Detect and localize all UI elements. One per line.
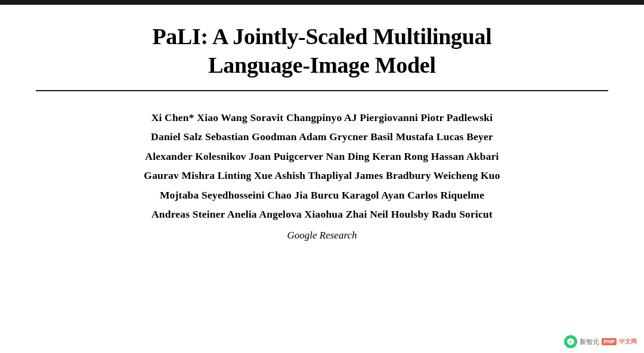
title-line2: Language-Image Model — [208, 52, 435, 78]
watermark-site: 新智元 — [580, 337, 599, 346]
paper-title: PaLI: A Jointly-Scaled Multilingual Lang… — [152, 23, 491, 79]
title-line1: PaLI: A Jointly-Scaled Multilingual — [152, 24, 491, 49]
watermark-badge: PHP — [602, 338, 617, 345]
author-line-5: Mojtaba Seyedhosseini Chao Jia Burcu Kar… — [36, 185, 608, 205]
content-wrapper: PaLI: A Jointly-Scaled Multilingual Lang… — [0, 5, 644, 253]
watermark: 新智元 PHP 中文网 — [564, 335, 637, 348]
author-line-1: Xi Chen* Xiao Wang Soravit Changpinyo AJ… — [36, 108, 608, 127]
section-divider — [36, 90, 608, 91]
author-line-6: Andreas Steiner Anelia Angelova Xiaohua … — [36, 205, 608, 224]
watermark-sub: 中文网 — [619, 337, 637, 346]
wechat-icon — [564, 335, 577, 348]
title-section: PaLI: A Jointly-Scaled Multilingual Lang… — [152, 23, 491, 79]
author-line-2: Daniel Salz Sebastian Goodman Adam Grycn… — [36, 127, 608, 146]
top-bar — [0, 0, 644, 5]
authors-section: Xi Chen* Xiao Wang Soravit Changpinyo AJ… — [36, 108, 608, 241]
affiliation: Google Research — [36, 230, 608, 241]
author-line-4: Gaurav Mishra Linting Xue Ashish Thapliy… — [36, 166, 608, 185]
author-line-3: Alexander Kolesnikov Joan Puigcerver Nan… — [36, 147, 608, 166]
